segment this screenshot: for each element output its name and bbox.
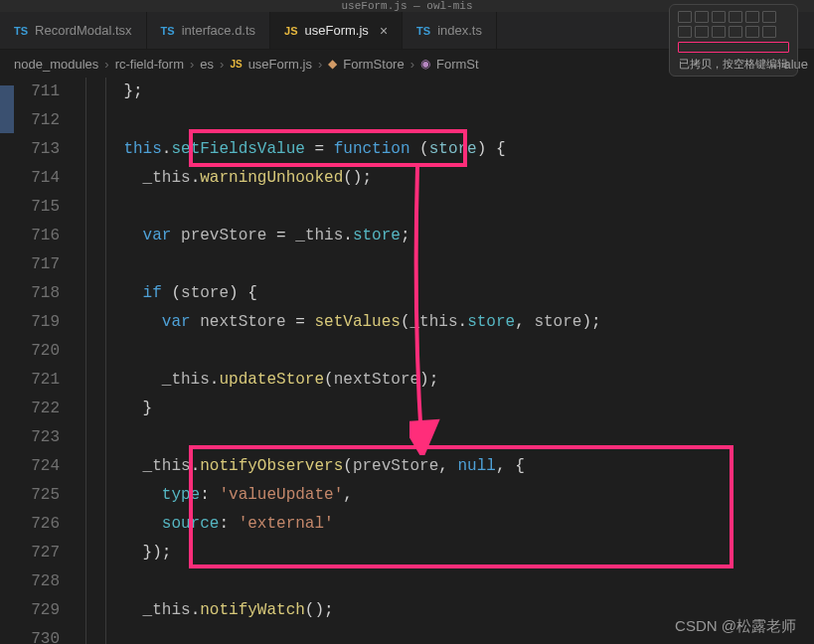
tab-label: interface.d.ts: [182, 23, 255, 38]
code-line[interactable]: [85, 193, 814, 222]
breadcrumb-segment[interactable]: FormSt: [436, 57, 479, 72]
chevron-right-icon: ›: [220, 57, 224, 72]
code-line[interactable]: _this.updateStore(nextStore);: [85, 366, 814, 395]
code-line[interactable]: source: 'external': [85, 510, 814, 539]
layout-cell[interactable]: [762, 26, 776, 38]
breadcrumb-segment[interactable]: rc-field-form: [115, 57, 184, 72]
code-line[interactable]: [85, 567, 814, 596]
line-number: 721: [14, 366, 60, 395]
layout-grid[interactable]: [678, 11, 789, 38]
code-line[interactable]: if (store) {: [85, 279, 814, 308]
gutter-strip: [0, 78, 14, 644]
tab-label: RecordModal.tsx: [35, 23, 132, 38]
layout-cell[interactable]: [678, 26, 692, 38]
line-number: 714: [14, 164, 60, 193]
line-number: 725: [14, 481, 60, 510]
chevron-right-icon: ›: [410, 57, 414, 72]
layout-cell[interactable]: [712, 11, 726, 23]
line-number: 717: [14, 250, 60, 279]
class-icon: ◆: [328, 57, 337, 71]
line-number: 728: [14, 567, 60, 596]
tab-interface-d-ts[interactable]: TSinterface.d.ts: [147, 12, 271, 49]
line-number: 712: [14, 106, 60, 135]
tab-useform-js[interactable]: JSuseForm.js×: [270, 12, 403, 49]
layout-cell[interactable]: [762, 11, 776, 23]
tab-label: index.ts: [437, 23, 482, 38]
line-number: 720: [14, 337, 60, 366]
line-number: 726: [14, 510, 60, 539]
tab-label: useForm.js: [305, 23, 369, 38]
window-title: useForm.js — owl-mis: [341, 0, 472, 12]
layout-cell[interactable]: [745, 11, 759, 23]
code-line[interactable]: });: [85, 539, 814, 567]
line-number: 723: [14, 423, 60, 452]
code-line[interactable]: [85, 250, 814, 279]
file-type-icon: TS: [416, 25, 430, 37]
line-number: 719: [14, 308, 60, 337]
line-number: 711: [14, 78, 60, 106]
chevron-right-icon: ›: [318, 57, 322, 72]
layout-picker-tooltip[interactable]: 已拷贝，按空格键编辑: [669, 4, 798, 77]
file-type-icon: JS: [230, 59, 242, 70]
code-line[interactable]: }: [85, 395, 814, 423]
code-line[interactable]: var prevStore = _this.store;: [85, 222, 814, 250]
layout-cell[interactable]: [695, 11, 709, 23]
close-icon[interactable]: ×: [380, 23, 388, 39]
line-number: 727: [14, 539, 60, 567]
breadcrumb-overflow: alue: [783, 57, 808, 72]
code-line[interactable]: [85, 423, 814, 452]
change-marker: [0, 85, 14, 133]
breadcrumb-segment[interactable]: node_modules: [14, 57, 98, 72]
tab-index-ts[interactable]: TSindex.ts: [403, 12, 497, 49]
indent-guide: [85, 78, 86, 644]
code-line[interactable]: };: [85, 78, 814, 106]
code-content[interactable]: }; this.setFieldsValue = function (store…: [85, 78, 814, 644]
code-line[interactable]: type: 'valueUpdate',: [85, 481, 814, 510]
code-line[interactable]: [85, 106, 814, 135]
layout-cell[interactable]: [745, 26, 759, 38]
line-number: 716: [14, 222, 60, 250]
line-number: 722: [14, 395, 60, 423]
code-line[interactable]: _this.notifyObservers(prevStore, null, {: [85, 452, 814, 481]
file-type-icon: TS: [14, 25, 28, 37]
line-number: 715: [14, 193, 60, 222]
layout-cell[interactable]: [729, 11, 742, 23]
tooltip-label: 已拷贝，按空格键编辑: [678, 57, 789, 72]
line-number: 729: [14, 596, 60, 625]
breadcrumb-segment[interactable]: es: [200, 57, 214, 72]
tab-recordmodal-tsx[interactable]: TSRecordModal.tsx: [0, 12, 147, 49]
indent-guide: [105, 78, 106, 644]
layout-cell[interactable]: [712, 26, 726, 38]
layout-cell[interactable]: [695, 26, 709, 38]
watermark: CSDN @松露老师: [675, 617, 796, 636]
line-number: 718: [14, 279, 60, 308]
code-line[interactable]: [85, 337, 814, 366]
file-type-icon: JS: [284, 25, 297, 37]
breadcrumb-segment[interactable]: useForm.js: [248, 57, 312, 72]
code-line[interactable]: this.setFieldsValue = function (store) {: [85, 135, 814, 164]
editor-area[interactable]: 7117127137147157167177187197207217227237…: [0, 78, 814, 644]
code-line[interactable]: var nextStore = setValues(_this.store, s…: [85, 308, 814, 337]
line-numbers: 7117127137147157167177187197207217227237…: [14, 78, 85, 644]
chevron-right-icon: ›: [104, 57, 108, 72]
file-type-icon: TS: [161, 25, 175, 37]
layout-cell[interactable]: [729, 26, 742, 38]
breadcrumb-segment[interactable]: FormStore: [343, 57, 404, 72]
line-number: 724: [14, 452, 60, 481]
line-number: 713: [14, 135, 60, 164]
code-line[interactable]: _this.warningUnhooked();: [85, 164, 814, 193]
layout-selection-indicator: [678, 42, 789, 53]
chevron-right-icon: ›: [190, 57, 194, 72]
method-icon: ◉: [420, 57, 430, 71]
layout-cell[interactable]: [678, 11, 692, 23]
line-number: 730: [14, 625, 60, 644]
